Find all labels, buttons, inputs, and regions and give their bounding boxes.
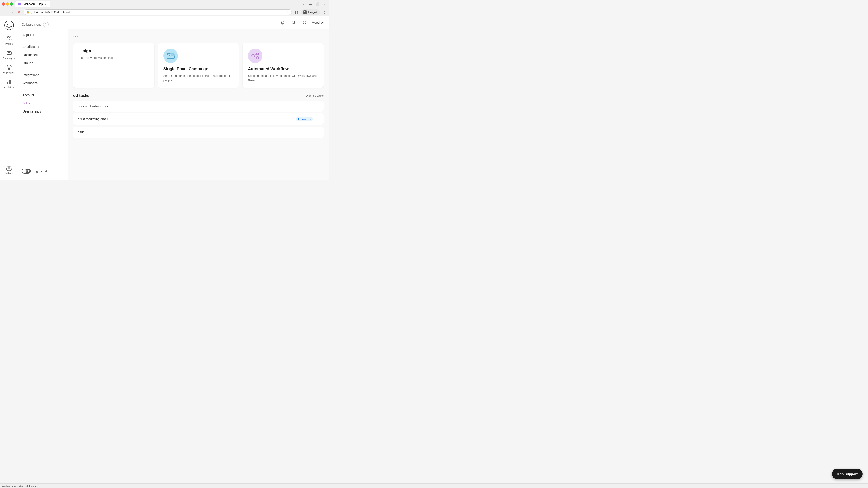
people-icon — [6, 35, 12, 41]
back-btn[interactable]: ← — [2, 9, 7, 15]
toggle-off-label: OFF — [25, 170, 30, 172]
menu-spacer — [18, 116, 68, 166]
forward-btn[interactable]: → — [9, 9, 14, 15]
svg-point-9 — [7, 24, 8, 25]
tab-favicon: D — [18, 2, 21, 6]
app-container: People Campaigns — [0, 16, 329, 180]
task-item-marketing-email[interactable]: r first marketing email In progress → — [73, 113, 324, 125]
partial-card-title: …aign — [79, 48, 149, 53]
task-marketing-email-text: r first marketing email — [78, 117, 293, 121]
main-content: Moodjoy ... …aign d turn drive-by visito… — [68, 16, 329, 180]
close-window-btn[interactable] — [2, 2, 5, 6]
browser-close-btn[interactable]: ✕ — [322, 1, 327, 7]
dismiss-tasks-btn[interactable]: Dismiss tasks — [306, 94, 324, 97]
dropdown-menu: Collapse menu ⊙ Sign out Email setup Ons… — [18, 16, 68, 180]
campaign-card-single-email[interactable]: Single Email Campaign Send a one-time pr… — [158, 43, 239, 88]
search-btn[interactable] — [290, 19, 297, 26]
email-card-icon — [166, 51, 175, 60]
people-label: People — [5, 42, 13, 45]
tasks-title-text: ed tasks — [73, 93, 90, 98]
tab-close-btn[interactable]: × — [44, 2, 48, 6]
reload-btn[interactable]: ✕ — [16, 9, 22, 15]
analytics-label: Analytics — [4, 86, 14, 89]
workflow-card-icon — [251, 51, 260, 60]
search-icon — [291, 20, 296, 25]
tasks-section: ed tasks Dismiss tasks our email subscri… — [68, 93, 329, 145]
sidebar-item-people[interactable]: People — [2, 33, 16, 47]
new-tab-btn[interactable]: + — [51, 1, 57, 7]
campaign-card-automated-workflow[interactable]: Automated Workflow Send immediate follow… — [243, 43, 324, 88]
svg-point-16 — [8, 68, 10, 70]
task-item-subscribers[interactable]: our email subscribers — [73, 101, 324, 111]
active-tab[interactable]: D Dashboard · Drip × — [15, 1, 51, 7]
svg-point-29 — [304, 21, 305, 23]
user-name[interactable]: Moodjoy — [312, 21, 324, 24]
svg-rect-2 — [295, 11, 296, 12]
settings-label: Settings — [4, 172, 13, 174]
svg-point-12 — [9, 37, 11, 38]
url-text: getdrip.com/7641396/dashboard — [31, 11, 70, 14]
svg-rect-5 — [297, 12, 298, 13]
svg-line-28 — [294, 23, 296, 24]
task-arrow-icon: → — [315, 117, 319, 121]
campaigns-label: Campaigns — [3, 57, 16, 60]
minimize-window-btn[interactable] — [6, 2, 9, 6]
campaign-card-partial[interactable]: …aign d turn drive-by visitors into — [73, 43, 154, 88]
automated-workflow-card-title: Automated Workflow — [248, 67, 318, 71]
cards-section: …aign d turn drive-by visitors into Sing… — [68, 38, 329, 93]
top-header: Moodjoy — [68, 16, 329, 29]
browser-menu-btn[interactable]: ⋮ — [322, 9, 327, 15]
browser-header-actions: — ⬜ ✕ — [307, 1, 327, 7]
menu-divider-3 — [18, 89, 68, 89]
extensions-btn[interactable] — [293, 9, 299, 15]
drip-logo[interactable] — [4, 20, 14, 31]
menu-sign-out[interactable]: Sign out — [18, 31, 68, 39]
menu-onsite-setup[interactable]: Onsite setup — [18, 51, 68, 59]
window-controls[interactable] — [2, 2, 13, 6]
tasks-header: ed tasks Dismiss tasks — [73, 93, 324, 98]
bookmark-icon[interactable]: ☆ — [286, 11, 289, 14]
sidebar-item-workflows[interactable]: Workflows — [2, 62, 16, 76]
browser-chrome: D Dashboard · Drip × + ∨ — ⬜ ✕ — [0, 0, 329, 8]
tasks-title: ed tasks — [73, 93, 90, 98]
incognito-label: Incognito — [308, 11, 318, 13]
task-subscribers-text: our email subscribers — [78, 104, 319, 108]
single-email-card-desc: Send a one-time promotional email to a s… — [163, 74, 234, 83]
browser-minimize-btn[interactable]: — — [307, 1, 313, 7]
sidebar-item-campaigns[interactable]: Campaigns — [2, 48, 16, 61]
notifications-btn[interactable] — [279, 19, 286, 26]
svg-rect-22 — [9, 80, 10, 84]
menu-integrations[interactable]: Integrations — [18, 71, 68, 79]
menu-webhooks[interactable]: Webhooks — [18, 79, 68, 87]
tab-bar: D Dashboard · Drip × + ∨ — [15, 1, 306, 7]
svg-rect-20 — [7, 82, 8, 84]
menu-email-setup[interactable]: Email setup — [18, 43, 68, 51]
bell-icon — [281, 20, 285, 25]
analytics-icon — [6, 78, 12, 85]
night-mode-toggle[interactable]: OFF — [22, 168, 31, 173]
collapse-menu-btn[interactable]: Collapse menu ⊙ — [18, 20, 68, 29]
svg-rect-21 — [8, 81, 9, 84]
night-mode-bar: OFF Night mode — [18, 166, 68, 176]
browser-restore-btn[interactable]: ⬜ — [315, 1, 320, 7]
user-icon — [302, 20, 307, 25]
svg-point-14 — [7, 66, 8, 67]
menu-user-settings[interactable]: User settings — [18, 107, 68, 116]
menu-account[interactable]: Account — [18, 91, 68, 99]
tab-scroll-down-btn[interactable]: ∨ — [302, 1, 306, 7]
svg-point-8 — [4, 21, 13, 30]
svg-point-10 — [8, 23, 9, 24]
task-item-site[interactable]: r site → — [73, 127, 324, 138]
incognito-btn[interactable]: Incognito — [301, 9, 320, 15]
lock-icon: 🔒 — [26, 11, 30, 13]
svg-point-15 — [10, 66, 11, 67]
maximize-window-btn[interactable] — [10, 2, 13, 6]
sidebar-item-settings[interactable]: Settings — [2, 163, 16, 176]
svg-point-38 — [251, 52, 259, 60]
user-profile-btn[interactable] — [301, 19, 308, 26]
menu-groups[interactable]: Groups — [18, 59, 68, 67]
address-bar[interactable]: 🔒 getdrip.com/7641396/dashboard ☆ — [24, 9, 292, 15]
sidebar-item-analytics[interactable]: Analytics — [2, 77, 16, 90]
menu-billing[interactable]: Billing — [18, 99, 68, 107]
single-email-card-icon-wrapper — [163, 48, 178, 63]
